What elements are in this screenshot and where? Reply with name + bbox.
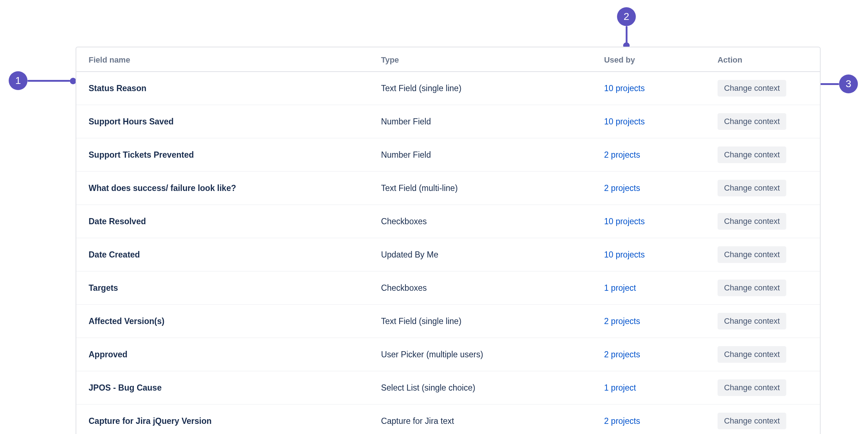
used-by-link[interactable]: 2 projects: [604, 350, 640, 359]
change-context-button[interactable]: Change context: [718, 413, 786, 429]
used-by-link[interactable]: 1 project: [604, 383, 636, 392]
cell-field-name: Approved: [76, 338, 374, 371]
cell-used-by: 10 projects: [597, 205, 710, 238]
table-row: Affected Version(s)Text Field (single li…: [76, 305, 820, 338]
fields-table: Field name Type Used by Action Status Re…: [76, 47, 820, 434]
change-context-button[interactable]: Change context: [718, 146, 786, 163]
fields-panel: Field name Type Used by Action Status Re…: [76, 47, 821, 434]
annotation-line-1: [27, 80, 70, 82]
used-by-link[interactable]: 2 projects: [604, 150, 640, 159]
cell-action: Change context: [710, 138, 820, 171]
cell-action: Change context: [710, 271, 820, 305]
cell-field-name: Support Hours Saved: [76, 105, 374, 138]
table-row: TargetsCheckboxes1 projectChange context: [76, 271, 820, 305]
cell-action: Change context: [710, 72, 820, 105]
table-row: Status ReasonText Field (single line)10 …: [76, 72, 820, 105]
cell-action: Change context: [710, 404, 820, 434]
used-by-link[interactable]: 2 projects: [604, 183, 640, 193]
cell-field-name: Targets: [76, 271, 374, 305]
cell-type: Text Field (multi-line): [374, 171, 597, 205]
change-context-button[interactable]: Change context: [718, 213, 786, 230]
used-by-link[interactable]: 10 projects: [604, 117, 645, 126]
table-header-row: Field name Type Used by Action: [76, 47, 820, 72]
cell-used-by: 2 projects: [597, 138, 710, 171]
table-row: Date ResolvedCheckboxes10 projectsChange…: [76, 205, 820, 238]
cell-used-by: 10 projects: [597, 238, 710, 271]
cell-type: Number Field: [374, 138, 597, 171]
table-row: Capture for Jira jQuery VersionCapture f…: [76, 404, 820, 434]
cell-type: Select List (single choice): [374, 371, 597, 404]
cell-used-by: 2 projects: [597, 171, 710, 205]
cell-type: Updated By Me: [374, 238, 597, 271]
table-row: What does success/ failure look like?Tex…: [76, 171, 820, 205]
header-used-by: Used by: [597, 47, 710, 72]
header-action: Action: [710, 47, 820, 72]
cell-used-by: 10 projects: [597, 105, 710, 138]
annotation-line-2: [626, 26, 627, 43]
used-by-link[interactable]: 10 projects: [604, 217, 645, 226]
annotation-badge-2: 2: [617, 7, 636, 26]
change-context-button[interactable]: Change context: [718, 313, 786, 329]
table-row: JPOS - Bug CauseSelect List (single choi…: [76, 371, 820, 404]
change-context-button[interactable]: Change context: [718, 80, 786, 97]
cell-type: User Picker (multiple users): [374, 338, 597, 371]
cell-field-name: Capture for Jira jQuery Version: [76, 404, 374, 434]
annotation-badge-3: 3: [839, 75, 858, 93]
cell-used-by: 2 projects: [597, 305, 710, 338]
change-context-button[interactable]: Change context: [718, 379, 786, 396]
used-by-link[interactable]: 2 projects: [604, 416, 640, 426]
change-context-button[interactable]: Change context: [718, 280, 786, 296]
cell-used-by: 10 projects: [597, 72, 710, 105]
change-context-button[interactable]: Change context: [718, 180, 786, 196]
header-field-name: Field name: [76, 47, 374, 72]
used-by-link[interactable]: 2 projects: [604, 316, 640, 326]
change-context-button[interactable]: Change context: [718, 113, 786, 130]
table-row: ApprovedUser Picker (multiple users)2 pr…: [76, 338, 820, 371]
cell-used-by: 2 projects: [597, 338, 710, 371]
cell-type: Text Field (single line): [374, 305, 597, 338]
used-by-link[interactable]: 10 projects: [604, 250, 645, 259]
change-context-button[interactable]: Change context: [718, 346, 786, 363]
cell-action: Change context: [710, 305, 820, 338]
cell-action: Change context: [710, 338, 820, 371]
cell-used-by: 2 projects: [597, 404, 710, 434]
table-row: Support Hours SavedNumber Field10 projec…: [76, 105, 820, 138]
used-by-link[interactable]: 1 project: [604, 283, 636, 293]
cell-field-name: Affected Version(s): [76, 305, 374, 338]
table-row: Support Tickets PreventedNumber Field2 p…: [76, 138, 820, 171]
used-by-link[interactable]: 10 projects: [604, 84, 645, 93]
cell-type: Checkboxes: [374, 271, 597, 305]
cell-field-name: What does success/ failure look like?: [76, 171, 374, 205]
cell-used-by: 1 project: [597, 271, 710, 305]
cell-action: Change context: [710, 371, 820, 404]
cell-type: Capture for Jira text: [374, 404, 597, 434]
cell-action: Change context: [710, 171, 820, 205]
cell-field-name: JPOS - Bug Cause: [76, 371, 374, 404]
change-context-button[interactable]: Change context: [718, 246, 786, 263]
cell-field-name: Status Reason: [76, 72, 374, 105]
cell-field-name: Date Created: [76, 238, 374, 271]
cell-type: Number Field: [374, 105, 597, 138]
cell-action: Change context: [710, 105, 820, 138]
cell-used-by: 1 project: [597, 371, 710, 404]
annotation-badge-1: 1: [9, 71, 27, 90]
cell-type: Text Field (single line): [374, 72, 597, 105]
cell-action: Change context: [710, 205, 820, 238]
cell-action: Change context: [710, 238, 820, 271]
cell-type: Checkboxes: [374, 205, 597, 238]
cell-field-name: Date Resolved: [76, 205, 374, 238]
header-type: Type: [374, 47, 597, 72]
cell-field-name: Support Tickets Prevented: [76, 138, 374, 171]
table-row: Date CreatedUpdated By Me10 projectsChan…: [76, 238, 820, 271]
